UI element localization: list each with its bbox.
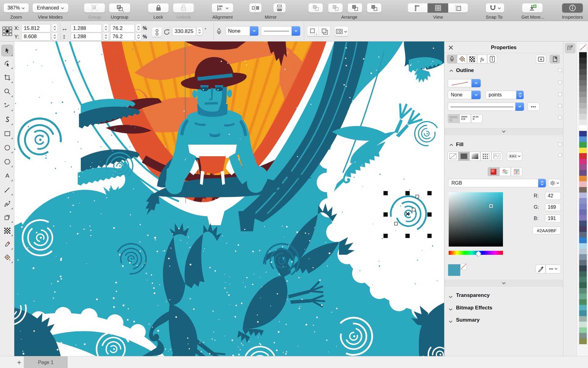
svg-text:A: A <box>5 172 9 179</box>
svg-text:fx: fx <box>480 56 484 62</box>
